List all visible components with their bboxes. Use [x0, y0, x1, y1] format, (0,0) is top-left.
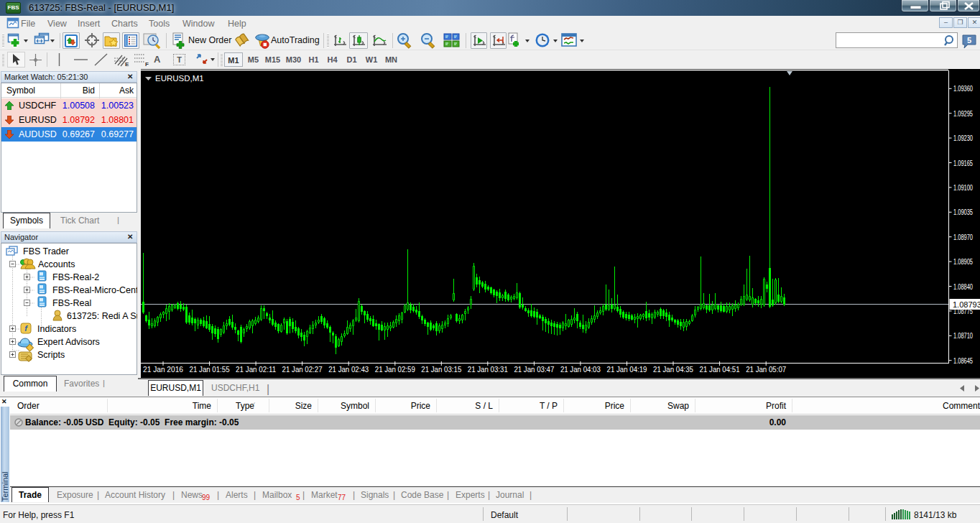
- svg-text:1.09035: 1.09035: [953, 208, 973, 216]
- svg-text:FBS Trader: FBS Trader: [23, 246, 69, 256]
- svg-text:1.08840: 1.08840: [953, 282, 973, 291]
- svg-text:613725: Redi A Suc: 613725: Redi A Suc: [67, 311, 137, 321]
- svg-text:Indicators: Indicators: [37, 324, 76, 334]
- svg-text:21 Jan 01:55: 21 Jan 01:55: [190, 365, 230, 374]
- svg-text:Accounts: Accounts: [38, 259, 75, 269]
- svg-text:21 Jan 04:51: 21 Jan 04:51: [700, 365, 740, 374]
- svg-text:21 Jan 03:47: 21 Jan 03:47: [514, 365, 554, 374]
- svg-text:1.08970: 1.08970: [953, 233, 973, 241]
- svg-text:1.09100: 1.09100: [953, 183, 973, 192]
- svg-text:1.08710: 1.08710: [953, 331, 973, 340]
- svg-text:21 Jan 05:07: 21 Jan 05:07: [746, 365, 786, 374]
- svg-text:21 Jan 02:27: 21 Jan 02:27: [282, 365, 323, 374]
- svg-text:FBS-Real-2: FBS-Real-2: [52, 272, 99, 282]
- svg-text:Expert Advisors: Expert Advisors: [37, 337, 100, 347]
- svg-text:1.09230: 1.09230: [953, 134, 973, 142]
- svg-text:Terminal: Terminal: [1, 471, 9, 501]
- svg-text:EURUSD,M1: EURUSD,M1: [155, 74, 204, 83]
- svg-text:21 Jan 02:11: 21 Jan 02:11: [236, 365, 276, 374]
- svg-text:21 Jan 03:15: 21 Jan 03:15: [421, 365, 461, 374]
- svg-text:Scripts: Scripts: [37, 350, 65, 360]
- svg-text:1.08793: 1.08793: [953, 300, 980, 309]
- svg-text:FBS-Real-Micro-Cent: FBS-Real-Micro-Cent: [52, 285, 137, 295]
- svg-text:21 Jan 02:59: 21 Jan 02:59: [375, 365, 415, 374]
- svg-text:21 Jan 04:03: 21 Jan 04:03: [560, 365, 601, 374]
- svg-text:21 Jan 2016: 21 Jan 2016: [143, 365, 183, 374]
- svg-text:21 Jan 04:19: 21 Jan 04:19: [607, 365, 647, 374]
- svg-text:FBS-Real: FBS-Real: [52, 298, 91, 308]
- svg-text:1.09295: 1.09295: [953, 109, 973, 118]
- svg-text:1.08645: 1.08645: [953, 356, 973, 365]
- svg-text:21 Jan 04:35: 21 Jan 04:35: [653, 365, 693, 374]
- svg-text:21 Jan 03:31: 21 Jan 03:31: [468, 365, 508, 374]
- svg-text:1.09165: 1.09165: [953, 159, 973, 167]
- svg-text:1.08905: 1.08905: [953, 257, 973, 266]
- svg-text:F: F: [145, 61, 149, 67]
- svg-text:21 Jan 02:43: 21 Jan 02:43: [328, 365, 369, 374]
- svg-text:5: 5: [967, 36, 971, 45]
- svg-text:E: E: [125, 61, 129, 67]
- svg-text:1.09360: 1.09360: [953, 84, 973, 93]
